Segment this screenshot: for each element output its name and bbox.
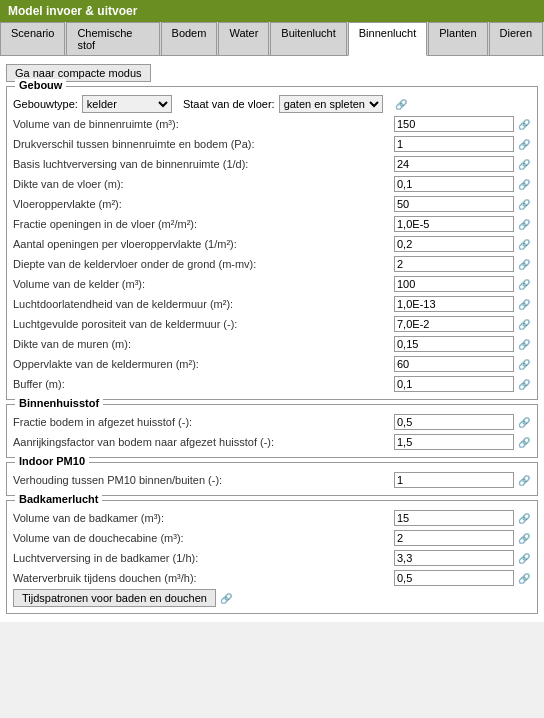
- gebouw-field-4-icon[interactable]: 🔗: [517, 197, 531, 211]
- gebouw-field-0-input[interactable]: [394, 116, 514, 132]
- gebouw-field-4-label: Vloeroppervlakte (m²):: [13, 198, 394, 210]
- badkamer-field-2-input[interactable]: [394, 550, 514, 566]
- pattern-button-icon[interactable]: 🔗: [219, 591, 233, 605]
- gebouw-field-9: Luchtdoorlatendheid van de keldermuur (m…: [13, 295, 531, 313]
- gebouw-field-6-input[interactable]: [394, 236, 514, 252]
- gebouw-field-12-icon[interactable]: 🔗: [517, 357, 531, 371]
- gebouw-field-6-icon[interactable]: 🔗: [517, 237, 531, 251]
- floor-state-info-icon[interactable]: 🔗: [394, 97, 408, 111]
- gebouw-field-9-label: Luchtdoorlatendheid van de keldermuur (m…: [13, 298, 394, 310]
- gebouw-field-8-icon[interactable]: 🔗: [517, 277, 531, 291]
- tab-buitenlucht[interactable]: Buitenlucht: [270, 22, 346, 55]
- binnenhuisstof-field-1-input[interactable]: [394, 434, 514, 450]
- gebouw-field-1: Drukverschil tussen binnenruimte en bode…: [13, 135, 531, 153]
- tab-scenario[interactable]: Scenario: [0, 22, 65, 55]
- gebouw-field-6: Aantal openingen per vloeroppervlakte (1…: [13, 235, 531, 253]
- badkamer-field-3-label: Waterverbruik tijdens douchen (m³/h):: [13, 572, 394, 584]
- floor-state-label: Staat van de vloer:: [183, 98, 275, 110]
- title-bar: Model invoer & uitvoer: [0, 0, 544, 22]
- badkamer-field-3-icon[interactable]: 🔗: [517, 571, 531, 585]
- badkamer-field-1-icon[interactable]: 🔗: [517, 531, 531, 545]
- gebouw-field-12-input[interactable]: [394, 356, 514, 372]
- gebouw-field-13-input[interactable]: [394, 376, 514, 392]
- gebouw-field-7-icon[interactable]: 🔗: [517, 257, 531, 271]
- indoorpm10-field-0-icon[interactable]: 🔗: [517, 473, 531, 487]
- binnenhuisstof-field-1: Aanrijkingsfactor van bodem naar afgezet…: [13, 433, 531, 451]
- gebouw-field-0-icon[interactable]: 🔗: [517, 117, 531, 131]
- gebouw-field-3-icon[interactable]: 🔗: [517, 177, 531, 191]
- gebouw-field-7-label: Diepte van de keldervloer onder de grond…: [13, 258, 394, 270]
- indoorpm10-field-0-input[interactable]: [394, 472, 514, 488]
- gebouw-field-7: Diepte van de keldervloer onder de grond…: [13, 255, 531, 273]
- gebouw-field-8-label: Volume van de kelder (m³):: [13, 278, 394, 290]
- gebouw-field-8-input[interactable]: [394, 276, 514, 292]
- gebouw-field-10-input[interactable]: [394, 316, 514, 332]
- gebouw-field-7-input[interactable]: [394, 256, 514, 272]
- gebouw-field-11: Dikte van de muren (m): 🔗: [13, 335, 531, 353]
- gebouw-field-9-icon[interactable]: 🔗: [517, 297, 531, 311]
- badkamer-field-1-label: Volume van de douchecabine (m³):: [13, 532, 394, 544]
- gebouw-field-13-icon[interactable]: 🔗: [517, 377, 531, 391]
- badkamer-field-0-icon[interactable]: 🔗: [517, 511, 531, 525]
- tab-bar: Scenario Chemische stof Bodem Water Buit…: [0, 22, 544, 56]
- gebouw-field-3-input[interactable]: [394, 176, 514, 192]
- compact-mode-row: Ga naar compacte modus: [6, 64, 538, 82]
- gebouw-field-12: Oppervlakte van de keldermuren (m²): 🔗: [13, 355, 531, 373]
- binnenhuisstof-field-1-label: Aanrijkingsfactor van bodem naar afgezet…: [13, 436, 394, 448]
- gebouw-field-1-label: Drukverschil tussen binnenruimte en bode…: [13, 138, 394, 150]
- badkamer-field-2-icon[interactable]: 🔗: [517, 551, 531, 565]
- gebouw-field-0: Volume van de binnenruimte (m³): 🔗: [13, 115, 531, 133]
- badkamer-field-0: Volume van de badkamer (m³): 🔗: [13, 509, 531, 527]
- badkamer-field-0-input[interactable]: [394, 510, 514, 526]
- pattern-button-row: Tijdspatronen voor baden en douchen 🔗: [13, 589, 531, 607]
- gebouw-field-5-icon[interactable]: 🔗: [517, 217, 531, 231]
- badkamer-field-2: Luchtverversing in de badkamer (1/h): 🔗: [13, 549, 531, 567]
- badkamerlucht-section: Badkamerlucht Volume van de badkamer (m³…: [6, 500, 538, 614]
- tab-binnenlucht[interactable]: Binnenlucht: [348, 22, 428, 56]
- badkamerlucht-title: Badkamerlucht: [15, 493, 102, 505]
- gebouw-field-2: Basis luchtverversing van de binnenruimt…: [13, 155, 531, 173]
- gebouw-field-0-label: Volume van de binnenruimte (m³):: [13, 118, 394, 130]
- pattern-button[interactable]: Tijdspatronen voor baden en douchen: [13, 589, 216, 607]
- gebouw-section: Gebouw Gebouwtype: kelder kruipruimte sl…: [6, 86, 538, 400]
- badkamer-field-1-input[interactable]: [394, 530, 514, 546]
- badkamer-field-3: Waterverbruik tijdens douchen (m³/h): 🔗: [13, 569, 531, 587]
- floor-state-select[interactable]: gaten en spleten intact gebarsten: [279, 95, 383, 113]
- title-label: Model invoer & uitvoer: [8, 4, 137, 18]
- building-type-label: Gebouwtype:: [13, 98, 78, 110]
- gebouw-field-2-icon[interactable]: 🔗: [517, 157, 531, 171]
- gebouw-field-11-input[interactable]: [394, 336, 514, 352]
- binnenhuisstof-section: Binnenhuisstof Fractie bodem in afgezet …: [6, 404, 538, 458]
- gebouw-field-13-label: Buffer (m):: [13, 378, 394, 390]
- gebouw-field-11-icon[interactable]: 🔗: [517, 337, 531, 351]
- gebouw-field-9-input[interactable]: [394, 296, 514, 312]
- indoorpm10-field-0-label: Verhouding tussen PM10 binnen/buiten (-)…: [13, 474, 394, 486]
- building-type-select[interactable]: kelder kruipruimte slab-on-grade: [82, 95, 172, 113]
- gebouw-field-5-input[interactable]: [394, 216, 514, 232]
- tab-bodem[interactable]: Bodem: [161, 22, 218, 55]
- binnenhuisstof-field-1-icon[interactable]: 🔗: [517, 435, 531, 449]
- tab-chemische-stof[interactable]: Chemische stof: [66, 22, 159, 55]
- binnenhuisstof-field-0-input[interactable]: [394, 414, 514, 430]
- gebouw-field-4-input[interactable]: [394, 196, 514, 212]
- tab-water[interactable]: Water: [218, 22, 269, 55]
- binnenhuisstof-title: Binnenhuisstof: [15, 397, 103, 409]
- gebouw-field-10-icon[interactable]: 🔗: [517, 317, 531, 331]
- binnenhuisstof-field-0-label: Fractie bodem in afgezet huisstof (-):: [13, 416, 394, 428]
- badkamer-field-0-label: Volume van de badkamer (m³):: [13, 512, 394, 524]
- gebouw-field-5: Fractie openingen in de vloer (m²/m²): 🔗: [13, 215, 531, 233]
- gebouw-field-3: Dikte van de vloer (m): 🔗: [13, 175, 531, 193]
- tab-dieren[interactable]: Dieren: [489, 22, 543, 55]
- gebouw-field-1-icon[interactable]: 🔗: [517, 137, 531, 151]
- gebouw-field-2-input[interactable]: [394, 156, 514, 172]
- badkamer-field-3-input[interactable]: [394, 570, 514, 586]
- gebouw-field-1-input[interactable]: [394, 136, 514, 152]
- binnenhuisstof-field-0-icon[interactable]: 🔗: [517, 415, 531, 429]
- indoorpm10-title: Indoor PM10: [15, 455, 89, 467]
- gebouw-title: Gebouw: [15, 79, 66, 91]
- tab-planten[interactable]: Planten: [428, 22, 487, 55]
- gebouw-field-2-label: Basis luchtverversing van de binnenruimt…: [13, 158, 394, 170]
- badkamer-field-2-label: Luchtverversing in de badkamer (1/h):: [13, 552, 394, 564]
- gebouw-field-13: Buffer (m): 🔗: [13, 375, 531, 393]
- building-type-row: Gebouwtype: kelder kruipruimte slab-on-g…: [13, 95, 531, 113]
